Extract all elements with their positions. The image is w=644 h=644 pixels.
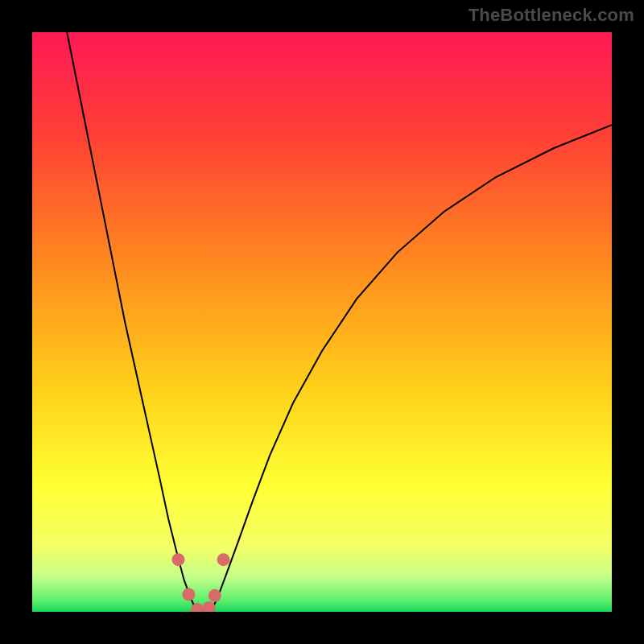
curve-marker [171, 553, 184, 566]
curve-marker [182, 588, 195, 601]
plot-area [32, 32, 612, 612]
curve-marker [208, 589, 221, 602]
chart-svg [32, 32, 612, 612]
gradient-background [32, 32, 612, 612]
watermark-text: TheBottleneck.com [469, 5, 634, 26]
chart-frame: TheBottleneck.com [0, 0, 644, 644]
curve-marker [217, 553, 230, 566]
